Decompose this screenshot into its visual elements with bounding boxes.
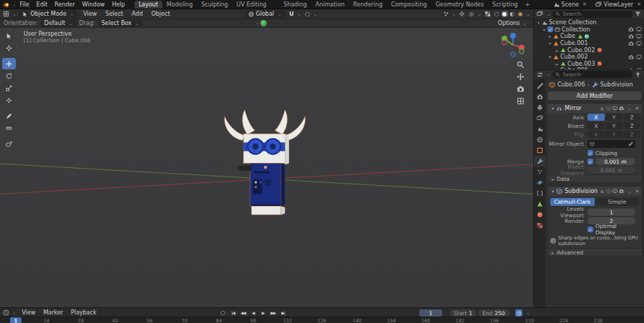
expander-icon[interactable]: ▾ <box>541 27 547 32</box>
tab-output[interactable] <box>534 102 545 113</box>
workspace-tab-rendering[interactable]: Rendering <box>349 1 387 9</box>
camera-visibility-icon[interactable] <box>628 54 634 60</box>
outliner-row-scene-collection[interactable]: ▾ Scene Collection <box>534 19 644 26</box>
outliner-row-cube-002-data[interactable]: ▸ Cube.002 <box>534 46 644 54</box>
bisect-distance-field[interactable]: 0.001 m <box>587 167 635 174</box>
mode-dropdown[interactable]: Object Mode ⌄ <box>19 10 77 18</box>
shading-wireframe-button[interactable]: ○ <box>494 11 500 17</box>
render-visibility-icon[interactable] <box>636 41 642 46</box>
tool-color-swatch[interactable] <box>260 20 267 26</box>
menu-edit[interactable]: Edit <box>33 1 52 8</box>
navigation-gizmo[interactable] <box>499 31 527 59</box>
tab-material[interactable] <box>534 209 545 220</box>
outliner-row-cube[interactable]: ▸ Cube <box>534 33 644 40</box>
outliner-search-input[interactable] <box>562 11 630 17</box>
editor-type-button[interactable]: ⌄ <box>3 11 16 17</box>
frame-start-field[interactable]: Start 1 <box>449 309 477 317</box>
render-toggle[interactable] <box>619 106 624 111</box>
tab-tool[interactable] <box>534 81 545 91</box>
show-gizmo-toggle[interactable] <box>459 11 465 17</box>
shading-rendered-button[interactable]: ◉ <box>517 11 524 17</box>
tab-object[interactable] <box>534 145 545 156</box>
annotate-tool[interactable] <box>2 110 16 121</box>
bisect-y-button[interactable]: Y <box>605 122 623 129</box>
menu-help[interactable]: Help <box>108 1 128 8</box>
object-visibility-dropdown[interactable]: ⌄ <box>443 11 456 17</box>
cursor-tool[interactable] <box>2 42 16 54</box>
timeline-ruler[interactable]: 14 28 42 56 70 84 98 112 126 140 154 168… <box>0 317 644 323</box>
drag-dropdown[interactable]: Select Box ⌄ <box>98 20 143 27</box>
workspace-tab-modeling[interactable]: Modeling <box>162 1 197 9</box>
catmull-clark-button[interactable]: Catmull-Clark <box>550 198 595 206</box>
workspace-tab-layout[interactable]: Layout <box>135 1 162 9</box>
orientation-dropdown[interactable]: Default ⌄ <box>41 20 77 27</box>
flip-x-button[interactable]: X <box>587 131 605 138</box>
properties-search[interactable] <box>552 71 633 78</box>
auto-keying-toggle[interactable]: ○ <box>218 309 228 317</box>
merge-value-field[interactable]: 0.001 m <box>595 158 635 165</box>
outliner-editor-icon[interactable] <box>537 11 543 17</box>
menu-select[interactable]: Select <box>102 11 126 17</box>
workspace-tab-uv-editing[interactable]: UV Editing <box>233 1 271 9</box>
menu-add[interactable]: Add <box>129 11 146 17</box>
data-subpanel-header[interactable]: ▸ Data <box>547 174 642 182</box>
tab-view-layer[interactable] <box>534 113 545 124</box>
extras-dropdown-icon[interactable]: ⌄ <box>628 189 631 194</box>
shading-material-button[interactable]: ◐ <box>509 11 516 17</box>
camera-visibility-icon[interactable] <box>628 41 634 46</box>
axis-z-button[interactable]: Z <box>623 114 640 121</box>
blender-menu-button[interactable]: ⌄ <box>3 1 16 8</box>
flip-y-button[interactable]: Y <box>605 131 623 138</box>
scene-name[interactable]: Scene <box>562 1 579 8</box>
viewport-3d[interactable]: User Perspective [1] Collection | Cube.0… <box>0 28 533 307</box>
tab-texture[interactable] <box>534 220 545 231</box>
playback-sync-button[interactable] <box>515 309 522 317</box>
animate-dot-icon[interactable]: · <box>638 168 640 173</box>
modifier-name[interactable]: Subdivision <box>565 188 597 194</box>
clipping-checkbox[interactable]: ✓ <box>587 150 593 156</box>
transform-tool[interactable] <box>2 94 16 106</box>
outliner-row-cube-002[interactable]: ▾ Cube.002 <box>534 54 644 61</box>
next-keyframe-button[interactable]: ▶▶ <box>268 309 278 317</box>
realtime-toggle[interactable] <box>613 189 618 194</box>
menu-view[interactable]: View <box>19 309 37 316</box>
edit-mode-toggle[interactable] <box>606 106 611 111</box>
menu-window[interactable]: Window <box>79 1 109 8</box>
camera-visibility-icon[interactable] <box>628 34 634 39</box>
menu-file[interactable]: File <box>16 1 32 8</box>
render-visibility-icon[interactable] <box>636 54 642 60</box>
unlink-scene-button[interactable]: ✕ <box>582 1 587 7</box>
pan-view-icon[interactable] <box>517 73 525 81</box>
timeline-editor-button[interactable]: ⌄ <box>3 309 16 316</box>
axis-x-button[interactable]: X <box>587 114 605 121</box>
on-cage-toggle[interactable] <box>600 189 605 194</box>
tab-constraints[interactable] <box>534 188 545 199</box>
render-toggle[interactable] <box>619 189 624 194</box>
edit-mode-toggle[interactable] <box>606 189 611 194</box>
render-visibility-icon[interactable] <box>636 26 642 32</box>
frame-end-field[interactable]: End 250 <box>478 309 509 317</box>
eyedropper-icon[interactable] <box>628 141 633 146</box>
add-workspace-button[interactable]: + <box>522 1 533 8</box>
add-cube-tool[interactable] <box>2 138 16 149</box>
menu-view[interactable]: View <box>80 11 99 17</box>
transform-orientation-dropdown[interactable]: Global ⌄ <box>245 10 286 18</box>
workspace-tab-texture-paint[interactable] <box>270 4 279 5</box>
advanced-subpanel-header[interactable]: ▸ Advanced <box>547 248 642 256</box>
workspace-tab-sculpting[interactable]: Sculpting <box>197 1 232 9</box>
menu-marker[interactable]: Marker <box>41 309 65 316</box>
add-modifier-button[interactable]: Add Modifier <box>548 91 641 100</box>
workspace-tab-animation[interactable]: Animation <box>311 1 349 9</box>
breadcrumb-modifier[interactable]: Subdivision <box>600 81 633 88</box>
expander-icon[interactable]: ▾ <box>552 106 554 111</box>
menu-object[interactable]: Object <box>148 11 172 17</box>
zoom-icon[interactable] <box>517 61 525 69</box>
expander-icon[interactable]: ▾ <box>547 54 553 59</box>
shading-solid-button[interactable]: ● <box>502 11 508 17</box>
expander-icon[interactable]: ▸ <box>554 61 560 66</box>
snap-dropdown[interactable]: ⌄ <box>288 11 301 17</box>
show-overlays-dropdown[interactable]: ◎ ⌄ <box>468 11 481 17</box>
current-frame-field[interactable]: 1 <box>419 309 442 317</box>
workspace-tab-geometry-nodes[interactable]: Geometry Nodes <box>431 1 488 9</box>
camera-visibility-icon[interactable] <box>628 26 634 32</box>
